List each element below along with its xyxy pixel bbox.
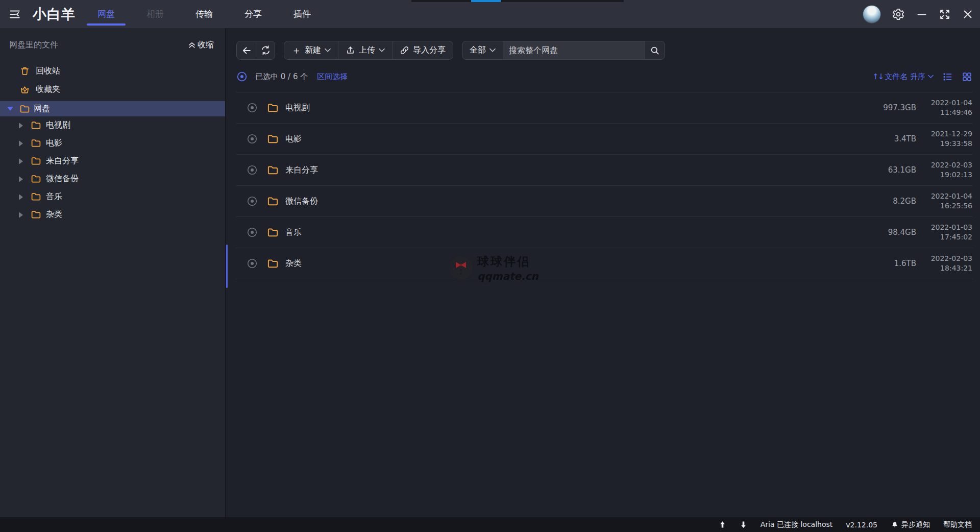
tree-item-folder[interactable]: 电影 [0,134,225,152]
file-time: 19:02:13 [940,171,972,179]
tree-item-label: 微信备份 [46,174,79,184]
file-row[interactable]: 电视剧 997.3GB 2022-01-04 11:49:46 [236,92,972,124]
chevron-down-icon [325,48,331,53]
file-size: 997.3GB [883,103,916,112]
tree-item-folder[interactable]: 电视剧 [0,116,225,134]
tree-item-folder[interactable]: 音乐 [0,188,225,206]
top-edge-window-peek-highlight [471,0,501,2]
search-button[interactable] [645,41,665,59]
collapse-menu-button[interactable] [7,7,22,22]
tab-album[interactable]: 相册 [131,0,180,28]
tab-share[interactable]: 分享 [229,0,278,28]
top-edge-window-peek [411,0,624,2]
row-radio-icon[interactable] [247,133,258,144]
sidebar-item-recycle-bin[interactable]: 回收站 [0,62,225,80]
tab-transfer[interactable]: 传输 [180,0,229,28]
chevron-collapsed-icon[interactable] [19,194,23,200]
settings-button[interactable] [892,8,905,21]
tree-item-folder[interactable]: 微信备份 [0,170,225,188]
link-icon [400,45,409,55]
chevron-down-icon [928,75,934,79]
plus-icon: ＋ [291,45,301,55]
new-button-label: 新建 [305,45,321,56]
tree-item-folder[interactable]: 杂类 [0,206,225,224]
row-radio-icon[interactable] [247,227,258,238]
tree-item-root-drive[interactable]: 网盘 [0,101,225,116]
folder-icon [31,156,41,166]
folder-icon [19,104,30,114]
search-input[interactable] [503,41,645,59]
sidebar-collapse-button[interactable]: 收缩 [188,40,214,51]
new-button[interactable]: ＋ 新建 [284,41,338,59]
folder-icon [31,174,41,184]
sort-label: 文件名 升序 [885,72,925,82]
close-button[interactable] [962,8,974,20]
range-select-link[interactable]: 区间选择 [317,72,348,82]
file-row[interactable]: 音乐 98.4GB 2022-01-03 17:45:02 [236,217,972,248]
back-button[interactable] [237,41,256,59]
chevron-collapsed-icon[interactable] [19,140,23,147]
file-datetime: 2022-02-03 18:43:21 [919,254,972,274]
async-notify-button[interactable]: 异步通知 [891,520,930,529]
upload-tasks-button[interactable] [719,521,726,528]
close-icon [962,8,974,20]
maximize-button[interactable] [939,8,951,20]
row-radio-icon[interactable] [247,196,258,207]
up-arrow-icon [719,521,726,528]
upload-button[interactable]: 上传 [338,41,392,59]
upload-button-label: 上传 [359,45,375,56]
file-name: 电视剧 [285,103,310,113]
tab-drive[interactable]: 网盘 [82,0,131,28]
chevron-collapsed-icon[interactable] [19,158,23,164]
row-radio-icon[interactable] [247,164,258,176]
titlebar-controls [863,5,974,23]
folder-icon [267,164,279,176]
sidebar-item-label: 回收站 [36,66,60,77]
sidebar-item-favorites[interactable]: 收藏夹 [0,80,225,99]
chevron-collapsed-icon[interactable] [19,176,23,182]
chevron-collapsed-icon[interactable] [19,212,23,218]
sidebar-collapse-label: 收缩 [198,40,214,51]
list-view-icon[interactable] [942,71,953,82]
chevron-expanded-icon[interactable] [7,107,13,111]
minimize-button[interactable] [916,8,928,20]
file-row[interactable]: 杂类 1.6TB 2022-02-03 18:43:21 [236,248,972,279]
row-radio-icon[interactable] [247,102,258,113]
app-version: v2.12.05 [846,521,877,529]
file-date: 2022-02-03 [931,161,972,169]
file-time: 17:45:02 [940,233,972,241]
scrollbar-thumb[interactable] [226,245,228,288]
search-filter-dropdown[interactable]: 全部 [462,41,503,59]
tree-item-label: 电影 [46,138,62,149]
expand-icon [939,8,951,20]
select-all-radio-icon[interactable] [236,71,248,82]
search-icon [650,45,660,56]
tab-plugins[interactable]: 插件 [278,0,327,28]
refresh-button[interactable] [256,41,275,59]
file-datetime: 2021-12-29 19:33:58 [919,129,972,149]
file-time: 16:25:56 [940,202,972,210]
sidebar-quick-items: 回收站 收藏夹 [0,62,225,99]
file-row[interactable]: 电影 3.4TB 2021-12-29 19:33:58 [236,124,972,155]
help-docs-link[interactable]: 帮助文档 [943,520,972,529]
toolbar: ＋ 新建 上传 导入分享 [236,41,972,60]
folder-icon [267,196,279,207]
sort-button[interactable]: ↑↓ 文件名 升序 [872,72,934,82]
tree-item-label: 来自分享 [46,156,79,166]
file-datetime: 2022-01-04 16:25:56 [919,191,972,211]
file-row[interactable]: 微信备份 8.2GB 2022-01-04 16:25:56 [236,186,972,217]
file-name: 微信备份 [285,196,318,207]
sort-direction-icon: ↑↓ [872,72,883,81]
selection-bar: 已选中 0 / 6 个 区间选择 ↑↓ 文件名 升序 [236,68,972,85]
import-share-button[interactable]: 导入分享 [392,41,453,59]
download-tasks-button[interactable] [740,521,747,528]
tree-item-folder[interactable]: 来自分享 [0,152,225,170]
user-avatar[interactable] [863,5,881,23]
row-radio-icon[interactable] [247,258,258,269]
sidebar-folder-tree: 网盘 电视剧 [0,101,225,224]
chevron-collapsed-icon[interactable] [19,123,23,129]
grid-view-icon[interactable] [962,71,972,82]
file-time: 11:49:46 [940,108,972,116]
file-datetime: 2022-01-03 17:45:02 [919,223,972,243]
file-row[interactable]: 来自分享 63.1GB 2022-02-03 19:02:13 [236,155,972,186]
